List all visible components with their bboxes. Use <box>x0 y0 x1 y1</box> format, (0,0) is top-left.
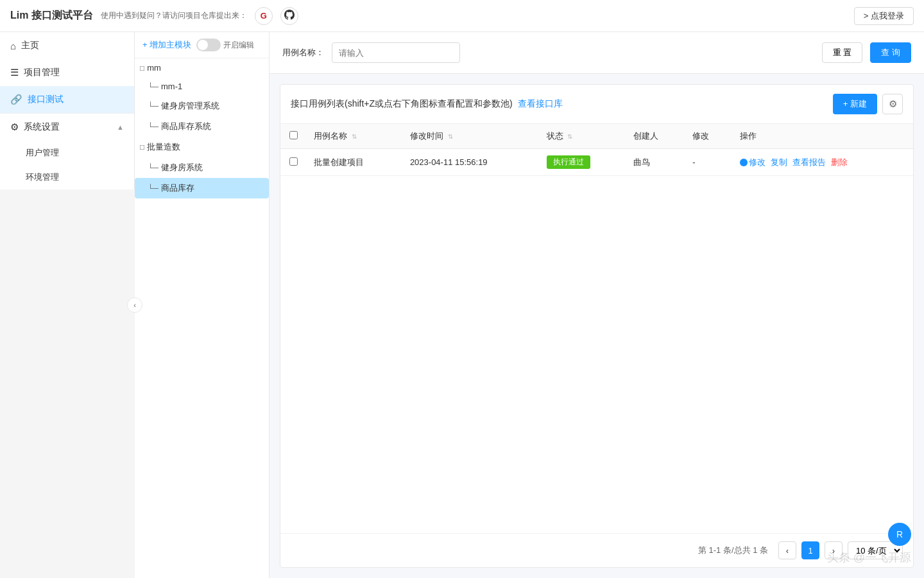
col-header-creator: 创建人 <box>626 124 685 149</box>
tree-node-goods-sys[interactable]: └─ 商品库存系统 <box>135 116 269 137</box>
tree-node-gym-sys-label: 健身房管理系统 <box>161 100 219 112</box>
sidebar-item-home[interactable]: ⌂ 主页 <box>0 32 134 59</box>
tree-leaf-icon: └─ <box>148 82 158 91</box>
data-table: 用例名称 ⇅ 修改时间 ⇅ 状态 ⇅ <box>280 124 913 533</box>
row-modifier: - <box>685 149 732 176</box>
tree-node-mm-1-label: mm-1 <box>161 82 182 91</box>
tree-collapse-icon: □ <box>140 64 144 73</box>
row-checkbox-cell <box>280 149 306 176</box>
col-header-action: 操作 <box>732 124 913 149</box>
env-manage-label: 环境管理 <box>26 171 59 183</box>
sidebar-item-project[interactable]: ☰ 项目管理 <box>0 59 134 86</box>
tree-node-gym-sys[interactable]: └─ 健身房管理系统 <box>135 96 269 116</box>
row-name: 批量创建项目 <box>306 149 402 176</box>
table-settings-button[interactable]: ⚙ <box>882 94 903 114</box>
tree-node-goods-stock[interactable]: └─ 商品库存 <box>135 178 269 198</box>
sort-icon-time[interactable]: ⇅ <box>448 133 453 140</box>
tree-node-batch-data[interactable]: □ 批量造数 <box>135 137 269 157</box>
row-status: 执行通过 <box>539 149 626 176</box>
pagination: 第 1-1 条/总共 1 条 ‹ 1 › 10 条/页 20 条/页 50 条/… <box>280 533 913 567</box>
tree-leaf-icon: └─ <box>148 101 158 110</box>
logo: Lim 接口测试平台 <box>10 9 93 22</box>
add-module-button[interactable]: + 增加主模块 <box>142 39 191 51</box>
table-title: 接口用例列表(shift+Z或点右下角图标查看配置和参数池) <box>291 98 513 110</box>
header-checkbox-cell <box>280 124 306 149</box>
tree-node-mm[interactable]: □ mm <box>135 58 269 77</box>
col-header-modifier: 修改 <box>685 124 732 149</box>
row-checkbox[interactable] <box>289 157 298 166</box>
sidebar-settings-label: 系统设置 <box>24 121 60 133</box>
table-header-bar: 接口用例列表(shift+Z或点右下角图标查看配置和参数池) 查看接口库 + 新… <box>280 85 913 124</box>
github-icon-btn[interactable] <box>280 7 298 25</box>
login-button[interactable]: > 点我登录 <box>854 7 914 25</box>
tree-node-mm-1[interactable]: └─ mm-1 <box>135 77 269 96</box>
tree-toolbar: + 增加主模块 开启编辑 <box>135 32 269 58</box>
pagination-info: 第 1-1 条/总共 1 条 <box>698 545 768 556</box>
sidebar-settings-section: ⚙ 系统设置 ▲ 用户管理 环境管理 <box>0 113 134 189</box>
new-button[interactable]: + 新建 <box>833 94 877 114</box>
edit-toggle: 开启编辑 <box>196 39 254 51</box>
content-area: 用例名称： 重 置 查 询 接口用例列表(shift+Z或点右下角图标查看配置和… <box>270 32 924 578</box>
sidebar-item-settings[interactable]: ⚙ 系统设置 ▲ <box>0 114 134 141</box>
view-api-link[interactable]: 查看接口库 <box>518 98 563 110</box>
edit-toggle-label: 开启编辑 <box>223 40 254 51</box>
row-actions: 修改 复制 查看报告 删除 <box>732 149 913 176</box>
tree-leaf-icon: └─ <box>148 122 158 131</box>
header-hint: 使用中遇到疑问？请访问项目仓库提出来： <box>101 10 247 21</box>
sidebar-item-user-manage[interactable]: 用户管理 <box>0 141 134 165</box>
sort-icon-name[interactable]: ⇅ <box>352 133 357 140</box>
watermark-badge: R <box>888 523 911 546</box>
sidebar-collapse-button[interactable]: ‹ <box>127 297 142 313</box>
copy-action-link[interactable]: 复制 <box>771 157 787 168</box>
top-header: Lim 接口测试平台 使用中遇到疑问？请访问项目仓库提出来： G > 点我登录 <box>0 0 924 32</box>
main-layout: ⌂ 主页 ☰ 项目管理 🔗 接口测试 ⚙ 系统设置 ▲ 用户管理 <box>0 32 924 578</box>
view-report-link[interactable]: 查看报告 <box>792 157 826 168</box>
edit-toggle-switch[interactable] <box>196 39 221 51</box>
delete-action-link[interactable]: 删除 <box>831 157 848 168</box>
gitee-icon: G <box>261 11 267 21</box>
settings-icon: ⚙ <box>10 121 19 133</box>
next-page-button[interactable]: › <box>825 541 843 559</box>
col-header-name: 用例名称 ⇅ <box>306 124 402 149</box>
sort-icon-status[interactable]: ⇅ <box>567 133 572 140</box>
gitee-icon-btn[interactable]: G <box>255 7 273 25</box>
project-icon: ☰ <box>10 67 19 78</box>
tree-leaf-icon: └─ <box>148 163 158 172</box>
tree-node-mm-label: mm <box>147 63 161 73</box>
user-manage-label: 用户管理 <box>26 147 59 159</box>
settings-collapse-icon: ▲ <box>117 123 124 131</box>
select-all-checkbox[interactable] <box>289 131 298 139</box>
prev-page-button[interactable]: ‹ <box>778 541 796 559</box>
search-input[interactable] <box>332 42 460 63</box>
home-icon: ⌂ <box>10 40 16 51</box>
row-modified-time: 2023-04-11 15:56:19 <box>402 149 539 176</box>
tree-panel: + 增加主模块 开启编辑 □ mm └─ mm-1 └─ 健身房管理系统 └─ … <box>135 32 270 578</box>
badge-icon: R <box>896 529 903 539</box>
status-badge: 执行通过 <box>547 155 590 169</box>
edit-action-link[interactable]: 修改 <box>740 157 766 168</box>
api-test-icon: 🔗 <box>10 94 22 105</box>
svg-point-0 <box>740 159 748 166</box>
reset-button[interactable]: 重 置 <box>822 42 863 63</box>
tree-node-batch-data-label: 批量造数 <box>147 141 180 153</box>
tree-node-gym-label: 健身房系统 <box>161 162 203 173</box>
tree-node-gym[interactable]: └─ 健身房系统 <box>135 157 269 178</box>
col-header-status: 状态 ⇅ <box>539 124 626 149</box>
tree-node-goods-sys-label: 商品库存系统 <box>161 121 211 132</box>
sidebar-api-test-label: 接口测试 <box>28 94 64 105</box>
sidebar-item-api-test[interactable]: 🔗 接口测试 <box>0 86 134 113</box>
query-button[interactable]: 查 询 <box>870 42 911 63</box>
tree-collapse-icon: □ <box>140 143 144 152</box>
search-bar: 用例名称： 重 置 查 询 <box>270 32 924 74</box>
col-header-modified-time: 修改时间 ⇅ <box>402 124 539 149</box>
table-row: 批量创建项目 2023-04-11 15:56:19 执行通过 曲鸟 - 修改 … <box>280 149 913 176</box>
row-creator: 曲鸟 <box>626 149 685 176</box>
sidebar-home-label: 主页 <box>21 40 39 51</box>
sidebar-item-env-manage[interactable]: 环境管理 <box>0 165 134 189</box>
current-page-button[interactable]: 1 <box>801 541 819 559</box>
sidebar-project-label: 项目管理 <box>24 67 60 78</box>
search-label: 用例名称： <box>282 47 324 58</box>
tree-node-goods-stock-label: 商品库存 <box>161 182 194 194</box>
settings-gear-icon: ⚙ <box>889 98 897 110</box>
left-sidebar: ⌂ 主页 ☰ 项目管理 🔗 接口测试 ⚙ 系统设置 ▲ 用户管理 <box>0 32 135 189</box>
